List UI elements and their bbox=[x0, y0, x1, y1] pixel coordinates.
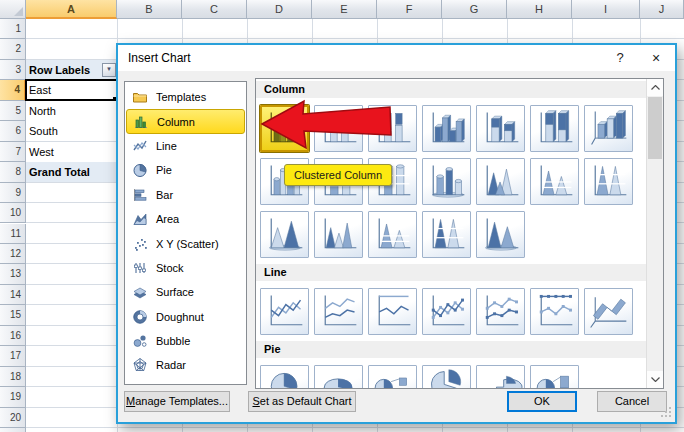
chart-type-stacked-pyramid-100[interactable] bbox=[422, 211, 471, 258]
help-button[interactable]: ? bbox=[605, 45, 635, 71]
chart-type-line-3d[interactable] bbox=[584, 288, 633, 335]
column-header-d[interactable]: D bbox=[247, 0, 312, 19]
category-label: Bar bbox=[150, 189, 173, 201]
sidebar-item-radar[interactable]: Radar bbox=[125, 353, 246, 377]
chart-type-stacked-pyramid[interactable] bbox=[368, 211, 417, 258]
chart-type-stacked-column-3d[interactable] bbox=[476, 105, 525, 152]
cancel-button[interactable]: Cancel bbox=[597, 391, 667, 412]
sidebar-item-bubble[interactable]: Bubble bbox=[125, 329, 246, 353]
column-header-e[interactable]: E bbox=[312, 0, 377, 19]
column-header-h[interactable]: H bbox=[507, 0, 572, 19]
cell-a8-grand-total[interactable]: Grand Total bbox=[26, 162, 117, 182]
chart-type-stacked-cone-100[interactable] bbox=[584, 158, 633, 205]
category-label: Area bbox=[150, 213, 179, 225]
cell-a7[interactable]: West bbox=[26, 142, 117, 162]
column-header-c[interactable]: C bbox=[182, 0, 247, 19]
chart-type-clustered-pyramid[interactable] bbox=[314, 211, 363, 258]
scroll-up-button[interactable] bbox=[647, 79, 663, 96]
sidebar-item-column[interactable]: Column bbox=[126, 109, 245, 133]
sidebar-item-area[interactable]: Area bbox=[125, 207, 246, 231]
row-header-9[interactable]: 9 bbox=[0, 183, 26, 203]
manage-templates-button[interactable]: Manage Templates... bbox=[124, 391, 230, 412]
column-header-f[interactable]: F bbox=[377, 0, 442, 19]
chart-type-pie-3d[interactable] bbox=[314, 365, 363, 388]
row-header-8[interactable]: 8 bbox=[0, 162, 26, 182]
chart-type-stacked-line[interactable] bbox=[314, 288, 363, 335]
row-header-19[interactable]: 19 bbox=[0, 387, 26, 407]
chart-type-stacked-cone[interactable] bbox=[530, 158, 579, 205]
sidebar-item-stock[interactable]: Stock bbox=[125, 256, 246, 280]
row-header-14[interactable]: 14 bbox=[0, 285, 26, 305]
row-header-5[interactable]: 5 bbox=[0, 101, 26, 121]
cell-a4-selected[interactable]: East bbox=[25, 79, 118, 101]
chart-type-pie-of-pie[interactable] bbox=[368, 365, 417, 388]
select-all-corner[interactable] bbox=[0, 0, 26, 19]
row-header-3[interactable]: 3 bbox=[0, 60, 26, 80]
row-header-2[interactable]: 2 bbox=[0, 39, 26, 59]
sidebar-item-x-y-scatter[interactable]: X Y (Scatter) bbox=[125, 231, 246, 255]
row-header-1[interactable]: 1 bbox=[0, 19, 26, 39]
row-header-17[interactable]: 17 bbox=[0, 346, 26, 366]
chart-type-stacked-line-markers[interactable] bbox=[476, 288, 525, 335]
cell-a3-row-labels[interactable]: Row Labels ▼ bbox=[26, 60, 117, 80]
scroll-down-button[interactable] bbox=[647, 371, 663, 388]
row-header-15[interactable]: 15 bbox=[0, 305, 26, 325]
sidebar-item-surface[interactable]: Surface bbox=[125, 280, 246, 304]
chart-type-cone-3d[interactable] bbox=[260, 211, 309, 258]
sidebar-item-line[interactable]: Line bbox=[125, 134, 246, 158]
stock-chart-icon bbox=[130, 260, 150, 276]
row-header-12[interactable]: 12 bbox=[0, 244, 26, 264]
row-header-11[interactable]: 11 bbox=[0, 224, 26, 244]
sidebar-item-bar[interactable]: Bar bbox=[125, 183, 246, 207]
line-chart-icon bbox=[130, 138, 150, 154]
close-button[interactable]: × bbox=[641, 45, 671, 71]
scrollbar-thumb[interactable] bbox=[648, 97, 662, 159]
chart-type-clustered-cone[interactable] bbox=[476, 158, 525, 205]
filter-dropdown-button[interactable]: ▼ bbox=[102, 63, 116, 77]
chart-type-exploded-pie[interactable] bbox=[422, 365, 471, 388]
dialog-titlebar[interactable]: Insert Chart ? × bbox=[118, 45, 675, 71]
row-header-18[interactable]: 18 bbox=[0, 367, 26, 387]
pivot-header-label: Row Labels bbox=[29, 64, 90, 76]
row-header-20[interactable]: 20 bbox=[0, 408, 26, 428]
row-header-6[interactable]: 6 bbox=[0, 121, 26, 141]
ok-button[interactable]: OK bbox=[507, 391, 577, 412]
chart-type-stacked-line-markers-100[interactable] bbox=[530, 288, 579, 335]
cell-a6[interactable]: South bbox=[26, 121, 117, 141]
column-header-a[interactable]: A bbox=[26, 0, 117, 19]
column-header-g[interactable]: G bbox=[442, 0, 507, 19]
chart-type-pyramid-3d[interactable] bbox=[476, 211, 525, 258]
category-label: Radar bbox=[150, 359, 186, 371]
chart-type-stacked-line-100[interactable] bbox=[368, 288, 417, 335]
pie-chart-icon bbox=[130, 162, 150, 178]
column-header-j[interactable]: J bbox=[640, 0, 684, 19]
sidebar-item-templates[interactable]: Templates bbox=[125, 85, 246, 109]
row-header-10[interactable]: 10 bbox=[0, 203, 26, 223]
gallery-scrollbar[interactable] bbox=[646, 79, 663, 388]
chart-type-line-markers[interactable] bbox=[422, 288, 471, 335]
bubble-chart-icon bbox=[130, 333, 150, 349]
row-header-16[interactable]: 16 bbox=[0, 326, 26, 346]
column-header-b[interactable]: B bbox=[117, 0, 182, 19]
row-header-4[interactable]: 4 bbox=[0, 80, 26, 100]
sidebar-item-pie[interactable]: Pie bbox=[125, 158, 246, 182]
chart-type-bar-of-pie[interactable] bbox=[530, 365, 579, 388]
chart-type-pie[interactable] bbox=[260, 365, 309, 388]
row-header-7[interactable]: 7 bbox=[0, 142, 26, 162]
chart-type-exploded-pie-3d[interactable] bbox=[476, 365, 525, 388]
row-header-13[interactable]: 13 bbox=[0, 264, 26, 284]
chart-type-cylinder-3d[interactable] bbox=[422, 158, 471, 205]
chart-type-line[interactable] bbox=[260, 288, 309, 335]
chart-type-column-3d[interactable] bbox=[584, 105, 633, 152]
row-header-21[interactable]: 21 bbox=[0, 428, 26, 432]
dialog-title: Insert Chart bbox=[128, 45, 191, 71]
cell-a5[interactable]: North bbox=[26, 101, 117, 121]
resize-grip[interactable] bbox=[661, 407, 672, 420]
chart-type-stacked-column-100-3d[interactable] bbox=[530, 105, 579, 152]
red-arrow-annotation bbox=[258, 96, 394, 154]
set-as-default-chart-button[interactable]: Set as Default Chart bbox=[248, 391, 356, 412]
sidebar-item-doughnut[interactable]: Doughnut bbox=[125, 305, 246, 329]
column-header-i[interactable]: I bbox=[572, 0, 640, 19]
folder-icon bbox=[130, 89, 150, 105]
chart-type-clustered-column-3d[interactable] bbox=[422, 105, 471, 152]
